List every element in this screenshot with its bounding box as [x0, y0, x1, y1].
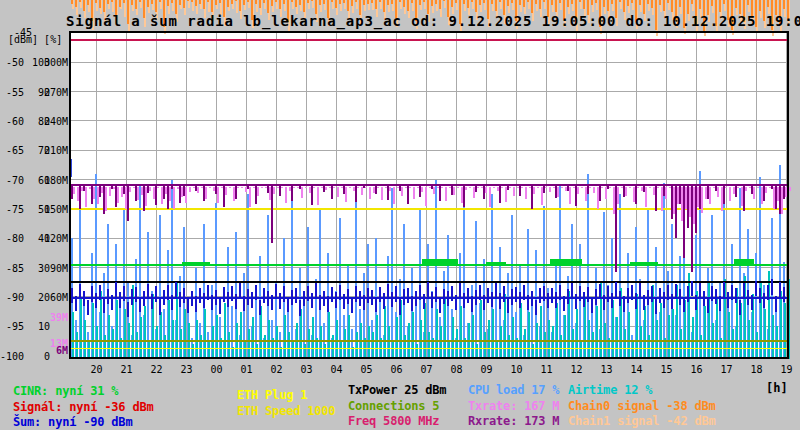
- x-tick-hour-14: 14: [630, 364, 642, 375]
- x-tick-hour-17: 17: [720, 364, 732, 375]
- y-tick-dbm--65: -65: [0, 145, 24, 156]
- y-tick-dbm--95: -95: [0, 321, 24, 332]
- legend-item-col2-0: ETH Plug 1: [237, 388, 307, 402]
- hour-unit-label: [h]: [766, 381, 788, 395]
- rate-marker-6M: 6M: [40, 344, 68, 355]
- legend-item-col4-1: Txrate: 167 M: [468, 399, 559, 413]
- y-tick-minus45: -45: [14, 27, 32, 38]
- x-tick-hour-21: 21: [120, 364, 132, 375]
- y-tick-rate-60M: 60M: [40, 291, 68, 302]
- y-tick-rate-90M: 90M: [40, 262, 68, 273]
- legend-item-col1-2: Šum: nyní -90 dBm: [13, 415, 132, 429]
- rate-marker-39M: 39M: [40, 312, 68, 323]
- y-tick-dbm--80: -80: [0, 233, 24, 244]
- legend-item-col1-0: CINR: nyní 31 %: [13, 384, 118, 398]
- legend-item-col3-2: Freq 5800 MHz: [348, 414, 439, 428]
- y-tick-dbm--75: -75: [0, 203, 24, 214]
- x-tick-hour-18: 18: [750, 364, 762, 375]
- x-tick-hour-04: 04: [330, 364, 342, 375]
- x-tick-hour-12: 12: [570, 364, 582, 375]
- legend-item-col4-0: CPU load 17 %: [468, 383, 559, 397]
- chart-title: Signál a šum radia lb_lekarna_ap3_ac od:…: [66, 13, 800, 29]
- x-tick-hour-09: 09: [480, 364, 492, 375]
- legend-item-col5-0: Airtime 12 %: [568, 383, 652, 397]
- x-tick-hour-13: 13: [600, 364, 612, 375]
- y-tick-rate-300M: 300M: [40, 57, 68, 68]
- legend-item-col5-1: Chain0 signal -38 dBm: [568, 399, 716, 413]
- signal-graph-canvas: Signál a šum radia lb_lekarna_ap3_ac od:…: [0, 0, 800, 430]
- y-tick-rate-180M: 180M: [40, 174, 68, 185]
- legend-item-col3-0: TxPower 25 dBm: [348, 383, 446, 397]
- y-tick-rate-210M: 210M: [40, 145, 68, 156]
- x-tick-hour-06: 06: [390, 364, 402, 375]
- y-tick-dbm--50: -50: [0, 57, 24, 68]
- legend-item-col4-2: Rxrate: 173 M: [468, 414, 559, 428]
- y-tick-dbm--70: -70: [0, 174, 24, 185]
- legend-item-col2-1: ETH Speed 1000: [237, 404, 335, 418]
- x-tick-hour-22: 22: [150, 364, 162, 375]
- y-tick-dbm--85: -85: [0, 262, 24, 273]
- x-tick-hour-16: 16: [690, 364, 702, 375]
- y-tick-dbm--55: -55: [0, 86, 24, 97]
- y-tick-rate-270M: 270M: [40, 86, 68, 97]
- x-tick-hour-10: 10: [510, 364, 522, 375]
- x-tick-hour-19: 19: [780, 364, 792, 375]
- y-tick-rate-150M: 150M: [40, 203, 68, 214]
- legend-item-col3-1: Connections 5: [348, 399, 439, 413]
- legend-item-col5-2: Chain1 signal -42 dBm: [568, 414, 716, 428]
- x-tick-hour-23: 23: [180, 364, 192, 375]
- y-tick-dbm--60: -60: [0, 115, 24, 126]
- y-tick-dbm--100: -100: [0, 350, 24, 361]
- y-tick-dbm--90: -90: [0, 291, 24, 302]
- x-tick-hour-07: 07: [420, 364, 432, 375]
- x-tick-hour-03: 03: [300, 364, 312, 375]
- x-tick-hour-01: 01: [240, 364, 252, 375]
- x-tick-hour-20: 20: [90, 364, 102, 375]
- legend-item-col1-1: Signál: nyní -36 dBm: [13, 400, 154, 414]
- x-tick-hour-05: 05: [360, 364, 372, 375]
- x-tick-hour-15: 15: [660, 364, 672, 375]
- x-tick-hour-00: 00: [210, 364, 222, 375]
- y-tick-rate-240M: 240M: [40, 115, 68, 126]
- x-tick-hour-02: 02: [270, 364, 282, 375]
- x-tick-hour-11: 11: [540, 364, 552, 375]
- y-tick-rate-120M: 120M: [40, 233, 68, 244]
- x-tick-hour-08: 08: [450, 364, 462, 375]
